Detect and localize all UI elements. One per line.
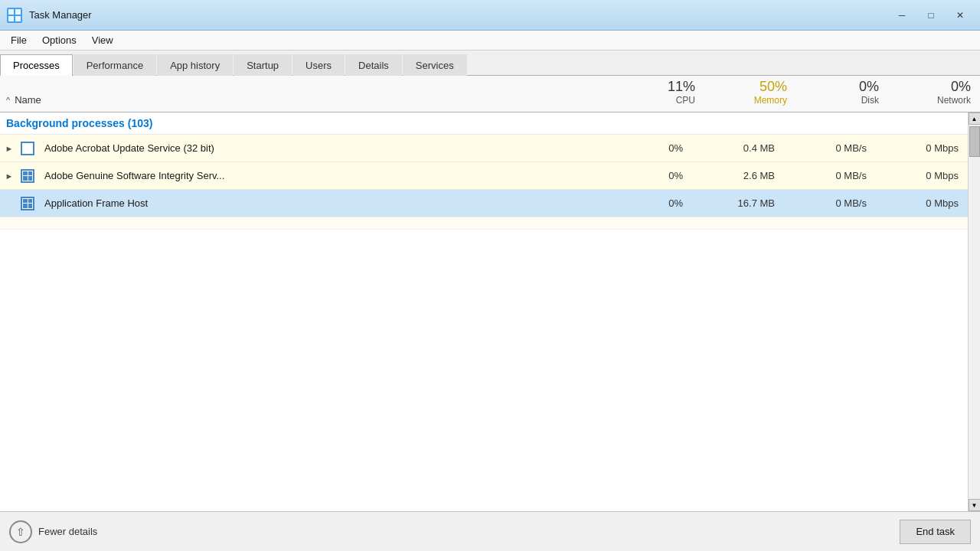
menu-bar: File Options View xyxy=(0,31,980,51)
process-memory: 16.7 MB xyxy=(692,197,784,209)
maximize-button[interactable]: □ xyxy=(917,4,945,27)
process-icon xyxy=(18,194,37,213)
table-row[interactable]: Application Frame Host 0% 16.7 MB 0 MB/s… xyxy=(0,190,968,217)
bottom-bar: ⇧ Fewer details End task xyxy=(0,511,980,551)
scrollbar-track[interactable] xyxy=(969,125,980,499)
process-icon xyxy=(18,139,37,158)
cpu-label: CPU xyxy=(616,95,695,106)
table-row[interactable] xyxy=(0,217,968,230)
svg-rect-3 xyxy=(8,16,14,21)
scrollbar[interactable]: ▲ ▼ xyxy=(968,112,980,511)
tab-services[interactable]: Services xyxy=(403,54,467,76)
process-memory: 2.6 MB xyxy=(692,170,784,181)
column-cpu[interactable]: 11% CPU xyxy=(612,79,704,109)
main-content: ^ Name 11% CPU 50% Memory 0% Disk 0% Net… xyxy=(0,76,980,511)
process-memory: 0.4 MB xyxy=(692,142,784,154)
process-disk: 0 MB/s xyxy=(784,170,876,181)
window-controls: ─ □ ✕ xyxy=(888,4,974,27)
tab-details[interactable]: Details xyxy=(345,54,402,76)
process-cpu: 0% xyxy=(600,170,692,181)
group-label: Background processes (103) xyxy=(6,117,152,129)
column-name[interactable]: ^ Name xyxy=(0,91,612,109)
scrollbar-thumb[interactable] xyxy=(969,126,980,157)
minimize-button[interactable]: ─ xyxy=(888,4,916,27)
scrollbar-down-button[interactable]: ▼ xyxy=(969,499,981,511)
disk-label: Disk xyxy=(799,95,879,106)
expand-icon[interactable]: ► xyxy=(0,171,18,181)
title-bar: Task Manager ─ □ ✕ xyxy=(0,0,980,31)
tab-users[interactable]: Users xyxy=(292,54,345,76)
tab-performance[interactable]: Performance xyxy=(74,54,156,76)
column-name-label: Name xyxy=(15,94,41,106)
svg-rect-2 xyxy=(15,9,21,15)
process-network: 0 Mbps xyxy=(876,197,968,209)
table-body: Background processes (103) ► Adobe Acrob… xyxy=(0,112,968,511)
process-network: 0 Mbps xyxy=(876,170,968,181)
column-disk[interactable]: 0% Disk xyxy=(796,79,888,109)
process-name: Application Frame Host xyxy=(41,197,600,209)
table-row[interactable]: ► Adobe Genuine Software Integrity Serv.… xyxy=(0,162,968,190)
fewer-details-icon: ⇧ xyxy=(9,520,32,543)
table-area: Background processes (103) ► Adobe Acrob… xyxy=(0,112,980,511)
menu-view[interactable]: View xyxy=(84,33,121,47)
disk-percent: 0% xyxy=(799,79,879,95)
tab-bar: Processes Performance App history Startu… xyxy=(0,51,980,76)
memory-label: Memory xyxy=(707,95,787,106)
process-name: Adobe Genuine Software Integrity Serv... xyxy=(41,170,600,181)
column-network[interactable]: 0% Network xyxy=(888,79,980,109)
fewer-details-label: Fewer details xyxy=(38,526,97,537)
sort-arrow-icon: ^ xyxy=(6,96,10,105)
tab-processes[interactable]: Processes xyxy=(0,54,73,76)
process-disk: 0 MB/s xyxy=(784,142,876,154)
process-icon xyxy=(18,167,37,185)
table-row[interactable]: ► Adobe Acrobat Update Service (32 bit) … xyxy=(0,135,968,162)
process-cpu: 0% xyxy=(600,197,692,209)
end-task-button[interactable]: End task xyxy=(900,520,971,544)
tab-startup[interactable]: Startup xyxy=(234,54,292,76)
svg-rect-4 xyxy=(15,16,21,21)
svg-rect-1 xyxy=(8,9,14,15)
app-icon xyxy=(6,7,23,24)
network-label: Network xyxy=(891,95,971,106)
process-icon xyxy=(18,217,37,230)
table-header: ^ Name 11% CPU 50% Memory 0% Disk 0% Net… xyxy=(0,76,980,112)
window-title: Task Manager xyxy=(29,9,888,21)
fewer-details-button[interactable]: ⇧ Fewer details xyxy=(9,520,97,543)
expand-icon[interactable]: ► xyxy=(0,144,18,153)
menu-options[interactable]: Options xyxy=(34,33,84,47)
process-network: 0 Mbps xyxy=(876,142,968,154)
group-background-processes[interactable]: Background processes (103) xyxy=(0,112,968,135)
process-cpu: 0% xyxy=(600,142,692,154)
menu-file[interactable]: File xyxy=(3,33,34,47)
memory-percent: 50% xyxy=(707,79,787,95)
network-percent: 0% xyxy=(891,79,971,95)
column-memory[interactable]: 50% Memory xyxy=(704,79,796,109)
process-name: Adobe Acrobat Update Service (32 bit) xyxy=(41,142,600,154)
process-disk: 0 MB/s xyxy=(784,197,876,209)
close-button[interactable]: ✕ xyxy=(946,4,974,27)
cpu-percent: 11% xyxy=(616,79,695,95)
tab-app-history[interactable]: App history xyxy=(157,54,233,76)
scrollbar-up-button[interactable]: ▲ xyxy=(969,112,981,125)
